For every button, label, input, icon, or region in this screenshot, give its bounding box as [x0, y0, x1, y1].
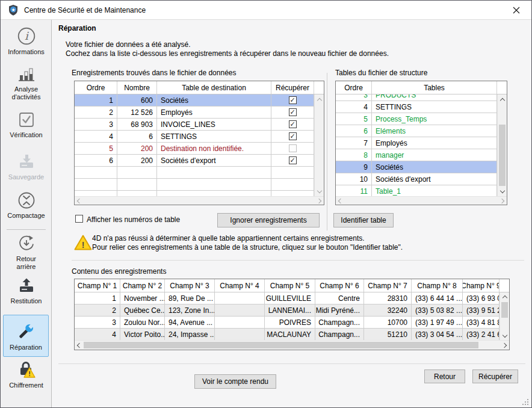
structure-row[interactable]: 7Employés [336, 137, 497, 149]
records-row[interactable]: 368 903INVOICE_LINES✓ [75, 119, 314, 131]
empty-row [75, 179, 314, 191]
sidebar-item-label: Retour arrière [16, 255, 36, 271]
cell-recuperer: ✓ [271, 107, 314, 118]
column-header[interactable]: Récupérer [271, 81, 314, 94]
records-horizontal-scrollbar[interactable] [75, 196, 324, 205]
cell: 51210 [364, 329, 412, 340]
cell: (33) 9 51 29 [463, 304, 500, 316]
record-content-row[interactable]: 4Victor Poito...24, Impasse ...MACLAUNAY… [75, 329, 500, 340]
structure-horizontal-scrollbar[interactable] [336, 196, 507, 205]
content-table-body: 1November ...89, Rue De ...GUILLEVILLECe… [75, 292, 500, 340]
column-header[interactable]: Champ N° 5 [265, 279, 315, 292]
sidebar-item-verification[interactable]: Vérification [1, 110, 52, 139]
structure-row[interactable]: 10Sociétés d'export [336, 173, 497, 185]
back-button[interactable]: Retour [424, 369, 465, 383]
scroll-up-arrow[interactable] [500, 292, 509, 301]
column-header[interactable]: Tables [372, 81, 497, 94]
scroll-left-arrow[interactable] [338, 198, 343, 203]
view-report-button[interactable]: Voir le compte rendu [194, 374, 276, 389]
cell-ordre: 9 [336, 161, 372, 173]
column-header[interactable]: Champ N° 6 [315, 279, 364, 292]
svg-text:!: ! [82, 240, 85, 250]
recover-checkbox[interactable]: ✓ [289, 108, 297, 116]
sidebar-item-chiffrement[interactable]: ! Chiffrement [1, 359, 52, 389]
content-vertical-scrollbar[interactable] [500, 292, 509, 340]
recover-button[interactable]: Récupérer [472, 369, 518, 383]
structure-row[interactable]: 5Process_Temps [336, 113, 497, 125]
scroll-right-arrow[interactable] [502, 342, 507, 347]
structure-row[interactable]: 9Sociétés [336, 161, 497, 173]
scroll-up-arrow[interactable] [498, 94, 507, 104]
structure-row[interactable]: 6Eléments [336, 125, 497, 137]
cell-nombre: 200 [117, 143, 157, 154]
scroll-down-arrow[interactable] [498, 187, 507, 196]
structure-row[interactable]: 3PRODUCTS [336, 94, 497, 101]
svg-text:!: ! [28, 370, 31, 377]
structure-row[interactable]: 4SETTINGS [336, 101, 497, 113]
column-header[interactable]: Champ N° 9 [463, 279, 500, 292]
recover-checkbox[interactable] [289, 144, 297, 152]
column-header[interactable]: Champ N° 3 [165, 279, 215, 292]
ignore-records-button[interactable]: Ignorer enregistrements [217, 213, 320, 227]
column-header[interactable]: Champ N° 8 [412, 279, 463, 292]
recover-checkbox[interactable]: ✓ [289, 96, 297, 104]
scroll-right-arrow[interactable] [500, 198, 504, 203]
column-header[interactable]: Champ N° 2 [120, 279, 165, 292]
column-header[interactable]: Ordre [336, 81, 372, 94]
records-row[interactable]: 212 526Employés✓ [75, 107, 314, 119]
cell-table-name: Process_Temps [372, 113, 497, 125]
structure-vertical-scrollbar[interactable] [497, 94, 507, 196]
scrollbar-thumb[interactable] [501, 302, 508, 318]
resize-grip[interactable] [522, 399, 529, 406]
records-row[interactable]: 5200Destination non identifiée. [75, 143, 314, 155]
records-row[interactable]: 6200Sociétés d'export✓ [75, 155, 314, 167]
records-row[interactable]: 1600Sociétés✓ [75, 94, 314, 107]
scroll-right-arrow[interactable] [317, 198, 321, 203]
recover-checkbox[interactable]: ✓ [289, 120, 297, 128]
column-header[interactable]: Table de destination [157, 81, 271, 94]
sidebar-item-restitution[interactable]: Restitution [1, 276, 52, 305]
record-content-row[interactable]: 1November ...89, Rue De ...GUILLEVILLECe… [75, 292, 500, 304]
column-header[interactable]: Champ N° 4 [215, 279, 265, 292]
sidebar-item-compactage[interactable]: Compactage [1, 191, 52, 220]
scroll-left-arrow[interactable] [77, 198, 82, 203]
identify-table-button[interactable]: Identifier table [333, 213, 394, 227]
structure-row[interactable]: 11Table_1 [336, 185, 497, 196]
show-table-numbers-checkbox[interactable] [75, 215, 83, 223]
cell: (33) 4 81 84 [463, 317, 500, 328]
records-row[interactable]: 46SETTINGS✓ [75, 131, 314, 143]
recover-checkbox[interactable]: ✓ [289, 132, 297, 140]
compress-icon [17, 191, 36, 210]
sidebar-item-reparation[interactable]: Réparation [3, 315, 49, 357]
cell-ordre: 2 [75, 107, 117, 118]
scrollbar-thumb[interactable] [499, 125, 506, 186]
column-header[interactable]: Champ N° 7 [364, 279, 412, 292]
column-header[interactable]: Champ N° 1 [75, 279, 120, 292]
column-header[interactable]: Nombre [117, 81, 157, 94]
scrollbar-thumb[interactable] [84, 342, 478, 348]
column-header[interactable]: Ordre [75, 81, 117, 94]
app-shield-icon: ★ [8, 4, 19, 16]
sidebar-item-retour-arriere[interactable]: Retour arrière [1, 234, 52, 271]
cell-ordre: 5 [336, 113, 372, 125]
sidebar-item-informations[interactable]: i Informations [1, 26, 52, 56]
records-vertical-scrollbar[interactable] [314, 94, 324, 196]
record-content-row[interactable]: 3Zoulou Nor...94, Avenue ...POIVRESChamp… [75, 317, 500, 329]
restore-drive-icon [17, 276, 36, 295]
close-button[interactable] [506, 1, 527, 19]
cell-recuperer [271, 143, 314, 154]
cell [157, 179, 271, 190]
sidebar-item-analyse[interactable]: Analyse d'activités [1, 66, 52, 101]
record-content-row[interactable]: 2Québec Ce...123, Zone In...LANNEMAI...M… [75, 304, 500, 317]
scroll-down-arrow[interactable] [500, 332, 509, 340]
records-table: OrdreNombreTable de destinationRécupérer… [74, 81, 324, 205]
scroll-down-arrow[interactable] [315, 187, 324, 196]
cell-table-name: SETTINGS [372, 101, 497, 113]
structure-row[interactable]: 8manager [336, 149, 497, 161]
recover-checkbox[interactable]: ✓ [289, 156, 297, 164]
cell [117, 179, 157, 190]
scroll-up-arrow[interactable] [315, 94, 324, 104]
scroll-left-arrow[interactable] [77, 342, 82, 347]
content-horizontal-scrollbar[interactable] [75, 340, 509, 350]
sidebar-item-sauvegarde: Sauvegarde [1, 152, 52, 181]
